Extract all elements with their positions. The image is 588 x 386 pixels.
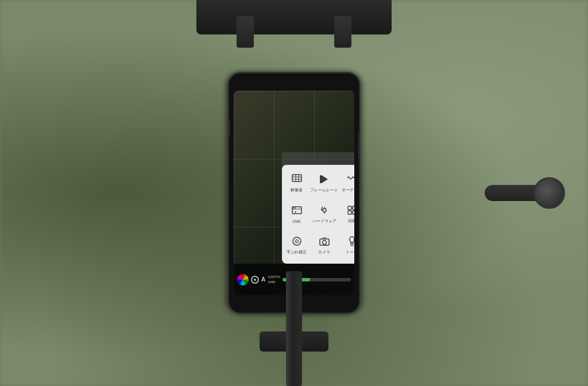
resolution-label: 解像度 (291, 188, 303, 193)
side-button-right (358, 131, 360, 160)
target-dot (254, 279, 256, 281)
gimbal-container: dji A 120FPS 1080 (0, 0, 588, 386)
torch-icon (347, 236, 355, 248)
svg-rect-0 (292, 175, 301, 182)
fps-info: 120FPS 1080 (268, 275, 280, 284)
svg-point-21 (295, 207, 296, 209)
sync-label: 同期 (348, 219, 355, 224)
menu-item-framerate[interactable]: フレームレート (309, 168, 339, 198)
menu-item-audio[interactable]: オーディオ (341, 168, 354, 198)
handle-stick (286, 271, 302, 386)
cms-icon (292, 206, 302, 218)
torch-label: トーチ (346, 250, 354, 255)
a-symbol: A (261, 276, 265, 283)
sync-icon (347, 205, 355, 217)
audio-icon (347, 174, 355, 186)
menu-item-camera[interactable]: カメラ (309, 230, 339, 260)
right-knob (533, 177, 565, 209)
menu-item-sync[interactable]: 同期 (341, 199, 354, 229)
svg-point-22 (323, 209, 326, 212)
camera-icon (319, 236, 330, 248)
svg-rect-26 (353, 211, 355, 214)
audio-label: オーディオ (342, 188, 354, 193)
svg-point-20 (293, 207, 294, 209)
target-icon (251, 276, 259, 284)
framerate-icon (319, 174, 330, 186)
top-clamp-left (237, 16, 254, 48)
svg-point-37 (350, 237, 354, 242)
top-clamp-right (334, 16, 351, 48)
svg-rect-6 (320, 175, 322, 183)
color-wheel-icon (237, 274, 249, 285)
stabilization-label: 手ぶれ補正 (287, 250, 307, 255)
cms-label: CMS (292, 219, 300, 223)
phone-screen: dji A 120FPS 1080 (234, 91, 354, 295)
hardware-label: ハードウェア (312, 219, 336, 224)
svg-rect-24 (353, 206, 355, 210)
framerate-label: フレームレート (310, 188, 338, 193)
camera-label: カメラ (318, 250, 330, 255)
settings-menu: 解像度 フレームレート (282, 165, 354, 264)
svg-rect-23 (348, 206, 351, 210)
menu-item-hardware[interactable]: ハードウェア (309, 199, 339, 229)
menu-item-cms[interactable]: CMS (285, 199, 308, 229)
menu-item-resolution[interactable]: 解像度 (285, 168, 308, 198)
stabilization-icon (292, 236, 302, 248)
menu-item-stabilization[interactable]: 手ぶれ補正 (285, 230, 308, 260)
svg-marker-5 (322, 175, 328, 183)
menu-item-torch[interactable]: トーチ (341, 230, 354, 260)
top-mounting-bar (196, 0, 392, 34)
svg-point-36 (322, 240, 326, 244)
camera-preview: dji A 120FPS 1080 (234, 91, 354, 295)
svg-rect-25 (348, 211, 351, 214)
svg-point-34 (296, 241, 297, 242)
resolution-icon (292, 174, 302, 186)
hardware-icon (319, 205, 330, 217)
side-button-left (228, 119, 230, 137)
